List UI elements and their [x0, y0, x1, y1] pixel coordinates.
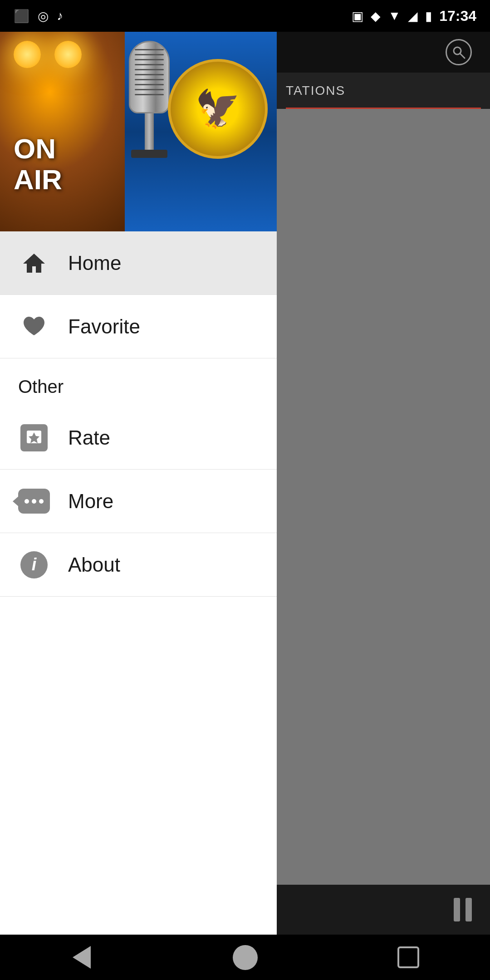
- about-label: About: [68, 554, 120, 576]
- mic-grille-line: [135, 54, 164, 55]
- rate-label: Rate: [68, 426, 110, 449]
- pause-bar-right: [466, 898, 472, 921]
- pause-bar-left: [454, 898, 460, 921]
- svg-line-1: [460, 54, 465, 58]
- menu-item-more[interactable]: More: [0, 470, 277, 533]
- back-icon: [73, 946, 91, 969]
- menu-item-rate[interactable]: Rate: [0, 406, 277, 470]
- emblem-seal: 🦅: [168, 59, 268, 159]
- music-icon: ♪: [57, 9, 63, 23]
- more-label: More: [68, 490, 113, 513]
- mic-grille-line: [135, 84, 164, 85]
- rate-icon: [18, 422, 50, 454]
- microphone-image: [122, 41, 176, 213]
- heart-icon: [18, 311, 50, 343]
- mic-grille-line: [135, 94, 164, 95]
- wifi-icon: ▼: [388, 9, 401, 23]
- home-label: Home: [68, 252, 121, 274]
- mic-grille: [135, 49, 164, 105]
- dot-2: [32, 499, 36, 504]
- status-time: 17:34: [439, 8, 476, 24]
- other-section-title: Other: [18, 377, 64, 397]
- mic-grille-line: [135, 49, 164, 50]
- pause-button[interactable]: [454, 898, 472, 921]
- mic-body: [145, 113, 154, 150]
- dot-3: [39, 499, 44, 504]
- favorite-label: Favorite: [68, 315, 140, 338]
- hero-image: 🦅 ONAIR: [0, 32, 277, 231]
- screen-icon: ⬛: [14, 9, 29, 24]
- arrow-icon: ◆: [371, 9, 381, 24]
- mic-head: [129, 41, 170, 113]
- nav-recent-button[interactable]: [386, 944, 431, 971]
- status-bar: ⬛ ◎ ♪ ▣ ◆ ▼ ◢ ▮ 17:34: [0, 0, 490, 32]
- menu-list: Home Favorite Other: [0, 231, 277, 935]
- network-icon: ◢: [408, 9, 418, 24]
- right-panel: TATIONS: [277, 32, 490, 935]
- player-bar: [277, 885, 490, 935]
- right-panel-tabs: TATIONS: [277, 73, 490, 109]
- hero-lights: [14, 41, 82, 68]
- mic-grille-line: [135, 64, 164, 65]
- hero-light-2: [54, 41, 82, 68]
- dot-1: [24, 499, 29, 504]
- menu-item-about[interactable]: i About: [0, 533, 277, 597]
- nav-bar: [0, 935, 490, 980]
- mic-grille-line: [135, 79, 164, 80]
- info-icon: i: [18, 549, 50, 581]
- nav-home-button[interactable]: [222, 944, 268, 971]
- menu-item-home[interactable]: Home: [0, 231, 277, 295]
- mic-grille-line: [135, 74, 164, 75]
- home-circle-icon: [233, 945, 258, 970]
- right-panel-content: [277, 109, 490, 935]
- hero-light-1: [14, 41, 41, 68]
- mic-grille-line: [135, 59, 164, 60]
- nav-back-button[interactable]: [59, 944, 104, 971]
- on-air-text: ONAIR: [14, 133, 62, 195]
- tab-underline: [286, 108, 481, 109]
- status-icons-right: ▣ ◆ ▼ ◢ ▮ 17:34: [352, 8, 476, 24]
- camera-icon: ◎: [38, 9, 49, 24]
- battery-icon: ▮: [425, 9, 432, 24]
- cast-icon: ▣: [352, 9, 363, 24]
- status-icons-left: ⬛ ◎ ♪: [14, 9, 63, 24]
- home-icon: [18, 247, 50, 279]
- mic-grille-line: [135, 89, 164, 90]
- recent-icon: [397, 946, 419, 968]
- mic-grille-line: [135, 69, 164, 70]
- search-button[interactable]: [446, 39, 472, 65]
- other-section-header: Other: [0, 358, 277, 406]
- menu-item-favorite[interactable]: Favorite: [0, 295, 277, 358]
- drawer: 🦅 ONAIR Home Favorite Other: [0, 32, 277, 935]
- tab-stations-label: TATIONS: [286, 83, 345, 98]
- right-panel-header: [277, 32, 490, 73]
- mic-base: [131, 150, 167, 158]
- more-icon: [18, 485, 50, 517]
